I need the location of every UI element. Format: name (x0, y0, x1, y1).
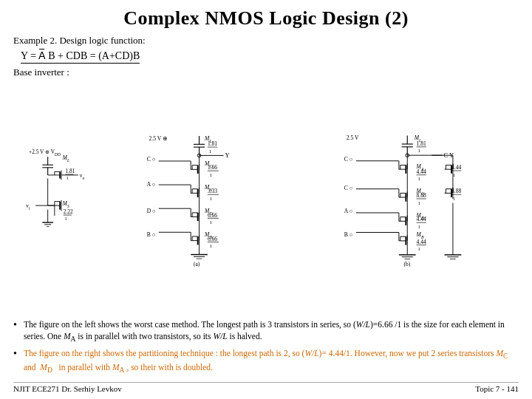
svg-text:1: 1 (209, 219, 211, 225)
formula-text: Y = A̅ B + CDB = (A+CD)B (21, 50, 140, 64)
svg-text:1: 1 (209, 196, 211, 201)
formula-block: Y = A̅ B + CDB = (A+CD)B (21, 49, 519, 64)
svg-text:1: 1 (65, 216, 67, 221)
svg-text:1: 1 (417, 176, 420, 181)
partitioning-svg: 2.5 V ML 1.81 1 C Y C ○ MA (341, 130, 481, 267)
page-title: Complex NMOS Logic Design (2) (13, 7, 519, 30)
svg-text:vi: vi (26, 202, 30, 210)
diagram-worst-case: 2.5 V ⊕ ML 1.81 1 Y C ○ MC (112, 81, 300, 316)
svg-text:A ○: A ○ (344, 208, 353, 214)
svg-text:(b): (b) (403, 261, 410, 267)
svg-text:2.5 V: 2.5 V (346, 134, 358, 141)
bullet-text-1: The figure on the left shows the worst c… (24, 318, 519, 345)
svg-text:vo: vo (80, 171, 85, 180)
svg-text:B ○: B ○ (344, 231, 353, 238)
footer-right: Topic 7 - 141 (475, 384, 519, 393)
example-intro: Example 2. Design logic function: (13, 34, 519, 47)
bullet-text-2: The figure on the right shows the partit… (24, 347, 519, 375)
svg-text:4.44: 4.44 (416, 239, 426, 245)
svg-text:1: 1 (66, 175, 68, 180)
page: Complex NMOS Logic Design (2) Example 2.… (0, 0, 532, 399)
svg-text:1: 1 (209, 172, 211, 177)
svg-text:1.81: 1.81 (416, 140, 426, 147)
svg-text:3.33: 3.33 (208, 188, 217, 194)
diagram-base-inverter: +2.5 V ⊕ VDD ML 1.81 1 (13, 81, 109, 316)
svg-text:1: 1 (209, 243, 211, 248)
svg-text:1: 1 (417, 224, 420, 229)
diagram-partitioning: 2.5 V ML 1.81 1 C Y C ○ MA (303, 81, 519, 316)
footer: NJIT ECE271 Dr. Serhiy Levkov Topic 7 - … (13, 382, 519, 393)
svg-text:1: 1 (209, 149, 211, 154)
svg-text:1: 1 (417, 246, 420, 251)
svg-text:C ○: C ○ (344, 156, 353, 163)
svg-text:1.66: 1.66 (208, 164, 217, 171)
bullet-item-2: • The figure on the right shows the part… (13, 347, 519, 375)
footer-left: NJIT ECE271 Dr. Serhiy Levkov (13, 384, 122, 393)
svg-text:6.66: 6.66 (208, 236, 217, 242)
base-inverter-label: Base inverter : (13, 66, 519, 78)
base-inverter-svg: +2.5 V ⊕ VDD ML 1.81 1 (21, 143, 102, 254)
svg-text:2.22: 2.22 (64, 208, 73, 215)
svg-text:B ○: B ○ (146, 231, 154, 238)
worst-case-svg: 2.5 V ⊕ ML 1.81 1 Y C ○ MC (143, 130, 269, 267)
svg-text:2.5 V ⊕: 2.5 V ⊕ (149, 135, 167, 142)
svg-text:1: 1 (453, 196, 455, 201)
svg-text:8.88: 8.88 (416, 192, 426, 199)
svg-text:ML: ML (62, 154, 69, 162)
svg-text:1.81: 1.81 (66, 168, 75, 174)
bullet-dot-1: • (13, 318, 24, 332)
bullet-dot-2: • (13, 347, 24, 361)
svg-text:Y: Y (225, 151, 229, 159)
svg-text:C ○: C ○ (146, 156, 154, 163)
svg-text:MS: MS (62, 200, 69, 208)
svg-text:4.44: 4.44 (416, 168, 426, 175)
svg-text:6.66: 6.66 (208, 212, 217, 219)
svg-text:(a): (a) (194, 261, 200, 267)
svg-text:+2.5 V ⊕ VDD: +2.5 V ⊕ VDD (29, 149, 61, 157)
svg-text:1: 1 (417, 200, 420, 205)
svg-text:1: 1 (453, 172, 455, 177)
svg-text:1: 1 (417, 148, 420, 153)
diagrams-row: +2.5 V ⊕ VDD ML 1.81 1 (13, 81, 519, 316)
svg-text:4.44: 4.44 (416, 216, 426, 222)
bullets-section: • The figure on the left shows the worst… (13, 318, 519, 378)
svg-text:A ○: A ○ (146, 181, 154, 188)
bullet-item-1: • The figure on the left shows the worst… (13, 318, 519, 345)
svg-text:C ○: C ○ (344, 185, 353, 191)
svg-text:D ○: D ○ (146, 208, 155, 214)
svg-text:1.81: 1.81 (208, 140, 217, 147)
